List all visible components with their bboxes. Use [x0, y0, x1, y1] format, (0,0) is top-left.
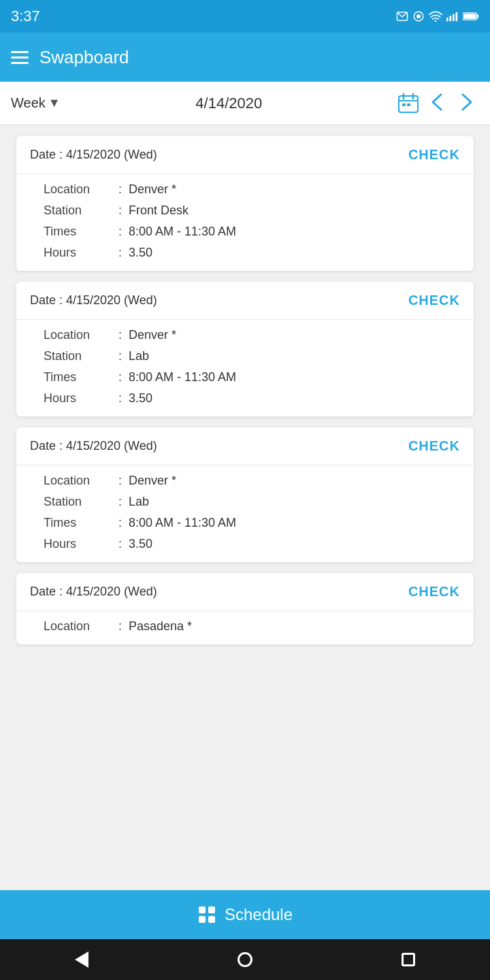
signal-icon: [446, 11, 459, 22]
card-header: Date : 4/15/2020 (Wed)CHECK: [16, 282, 474, 320]
location-row-label: Location: [44, 619, 112, 634]
times-row-label: Times: [44, 516, 112, 530]
station-row-label: Station: [44, 203, 112, 218]
week-selector[interactable]: Week ▼: [11, 95, 61, 111]
hours-row: Hours : 3.50: [44, 391, 446, 406]
home-button[interactable]: [238, 952, 252, 967]
check-button[interactable]: CHECK: [408, 147, 460, 163]
card-header: Date : 4/15/2020 (Wed)CHECK: [16, 136, 474, 174]
schedule-icon: [197, 905, 216, 924]
times-row-value: 8:00 AM - 11:30 AM: [129, 516, 236, 530]
shift-card: Date : 4/15/2020 (Wed)CHECKLocation : De…: [16, 427, 474, 562]
svg-rect-18: [208, 906, 215, 913]
location-row-sep: :: [118, 619, 122, 634]
location-row-label: Location: [44, 474, 112, 488]
location-row: Location : Pasadena *: [44, 619, 446, 634]
hours-row-sep: :: [118, 391, 122, 406]
location-row-value: Denver *: [129, 474, 176, 488]
week-label: Week: [11, 95, 46, 111]
svg-rect-15: [402, 103, 406, 106]
location-row-sep: :: [118, 182, 122, 197]
location-row: Location : Denver *: [44, 182, 446, 197]
station-row: Station : Lab: [44, 495, 446, 509]
shift-card: Date : 4/15/2020 (Wed)CHECKLocation : De…: [16, 282, 474, 416]
hours-row-value: 3.50: [129, 537, 152, 551]
svg-rect-20: [208, 916, 215, 923]
svg-point-3: [435, 20, 437, 22]
times-row-label: Times: [44, 370, 112, 385]
times-row: Times : 8:00 AM - 11:30 AM: [44, 225, 446, 239]
card-date: Date : 4/15/2020 (Wed): [30, 148, 157, 162]
location-row: Location : Denver *: [44, 328, 446, 342]
wifi-icon: [429, 11, 442, 22]
times-row: Times : 8:00 AM - 11:30 AM: [44, 370, 446, 385]
station-row-value: Lab: [129, 349, 149, 363]
times-row-sep: :: [118, 225, 122, 239]
card-body: Location : Denver *Station : LabTimes : …: [16, 320, 474, 416]
schedule-label: Schedule: [225, 905, 293, 924]
station-row-value: Lab: [129, 495, 149, 509]
svg-rect-4: [446, 18, 448, 21]
check-button[interactable]: CHECK: [408, 584, 460, 600]
card-body: Location : Denver *Station : Front DeskT…: [16, 174, 474, 271]
shift-card: Date : 4/15/2020 (Wed)CHECKLocation : De…: [16, 136, 474, 271]
svg-rect-6: [453, 14, 455, 21]
card-date: Date : 4/15/2020 (Wed): [30, 293, 157, 308]
date-display: 4/14/2020: [66, 95, 392, 112]
hamburger-menu[interactable]: [11, 51, 29, 64]
hours-row-sep: :: [118, 246, 122, 260]
location-row-value: Denver *: [129, 328, 176, 342]
times-row-value: 8:00 AM - 11:30 AM: [129, 370, 236, 385]
times-row-sep: :: [118, 370, 122, 385]
hours-row: Hours : 3.50: [44, 246, 446, 260]
hours-row-sep: :: [118, 537, 122, 551]
svg-rect-9: [477, 14, 479, 18]
svg-point-2: [417, 15, 421, 18]
hours-row-value: 3.50: [129, 246, 152, 260]
hours-row-value: 3.50: [129, 391, 152, 406]
next-week-button[interactable]: [455, 86, 479, 120]
android-nav: [0, 939, 490, 980]
recents-button[interactable]: [402, 953, 415, 966]
card-body: Location : Denver *Station : LabTimes : …: [16, 466, 474, 562]
station-row-label: Station: [44, 349, 112, 363]
station-row-value: Front Desk: [129, 203, 189, 218]
check-button[interactable]: CHECK: [408, 438, 460, 454]
svg-rect-7: [456, 12, 458, 22]
card-date: Date : 4/15/2020 (Wed): [30, 439, 157, 453]
times-row-value: 8:00 AM - 11:30 AM: [129, 225, 236, 239]
card-date: Date : 4/15/2020 (Wed): [30, 585, 157, 599]
location-row-label: Location: [44, 328, 112, 342]
calendar-icon[interactable]: [397, 93, 419, 114]
app-bar: Swapboard: [0, 33, 490, 82]
bottom-bar: Schedule: [0, 890, 490, 939]
week-dropdown-icon[interactable]: ▼: [48, 96, 61, 110]
card-header: Date : 4/15/2020 (Wed)CHECK: [16, 427, 474, 466]
times-row-label: Times: [44, 225, 112, 239]
week-nav-bar: Week ▼ 4/14/2020: [0, 82, 490, 125]
prev-week-button[interactable]: [425, 86, 449, 120]
location-row-value: Denver *: [129, 182, 176, 197]
svg-rect-5: [450, 16, 452, 21]
svg-rect-10: [463, 14, 476, 19]
station-row-sep: :: [118, 203, 122, 218]
card-body: Location : Pasadena *: [16, 611, 474, 644]
back-button[interactable]: [75, 951, 88, 968]
station-row-sep: :: [118, 495, 122, 509]
location-row-label: Location: [44, 182, 112, 197]
app-title: Swapboard: [39, 47, 479, 68]
location-row-sep: :: [118, 328, 122, 342]
hours-row: Hours : 3.50: [44, 537, 446, 551]
station-row-sep: :: [118, 349, 122, 363]
station-row-label: Station: [44, 495, 112, 509]
status-bar: 3:37: [0, 0, 490, 33]
hours-row-label: Hours: [44, 391, 112, 406]
battery-icon: [463, 12, 479, 21]
hours-row-label: Hours: [44, 246, 112, 260]
svg-rect-16: [407, 103, 410, 106]
station-row: Station : Lab: [44, 349, 446, 363]
check-button[interactable]: CHECK: [408, 293, 460, 308]
location-row-value: Pasadena *: [129, 619, 192, 634]
svg-rect-17: [199, 906, 206, 913]
times-row-sep: :: [118, 516, 122, 530]
